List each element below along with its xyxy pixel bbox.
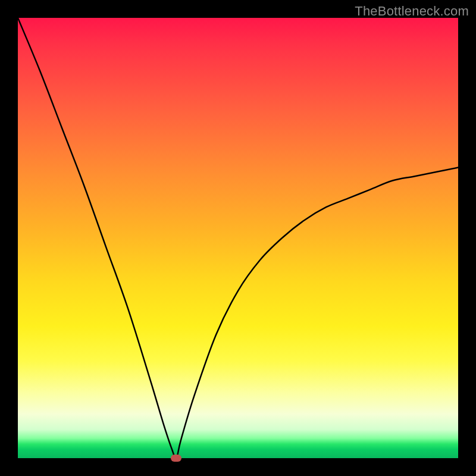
watermark-text: TheBottleneck.com — [355, 4, 469, 19]
bottleneck-curve — [18, 18, 458, 458]
chart-plot-area — [18, 18, 458, 458]
optimal-point-marker — [171, 455, 181, 462]
